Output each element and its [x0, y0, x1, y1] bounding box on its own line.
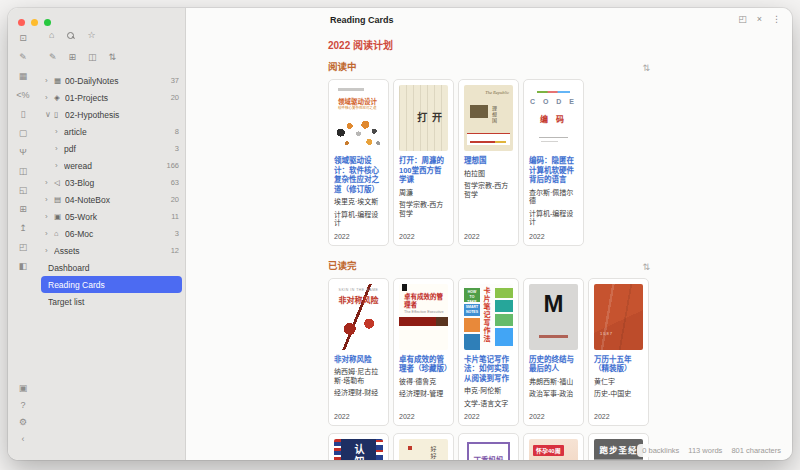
book-title-link[interactable]: 打开：周濂的100堂西方哲学课: [399, 156, 448, 185]
note-count: 63: [167, 178, 179, 187]
collapse-sidebar-icon[interactable]: ‹: [21, 435, 24, 444]
book-title-link[interactable]: 卡片笔记写作法：如何实现从阅读到写作: [464, 355, 513, 384]
tree-item-06-moc[interactable]: ›⌂06-Moc3: [38, 225, 185, 242]
cover-text: 卓有成效的管理者: [404, 293, 444, 309]
sort-icon[interactable]: ⇅: [642, 262, 650, 272]
tree-item-dashboard[interactable]: Dashboard: [38, 259, 185, 276]
tree-item-03-blog[interactable]: ›◁03-Blog63: [38, 174, 185, 191]
tree-item-label: Reading Cards: [48, 280, 176, 290]
book-card[interactable]: 丁香妈妈科学养育: [458, 433, 519, 460]
book-card[interactable]: HOW TO TAKE SMART NOTES卡片笔记写作法卡片笔记写作法：如何…: [458, 278, 519, 427]
templater-icon[interactable]: <%: [16, 91, 29, 100]
book-title-link[interactable]: 卓有成效的管理者（珍藏版）: [399, 355, 448, 374]
tree-item-label: 03-Blog: [65, 178, 167, 188]
book-year: 2022: [399, 408, 448, 420]
close-button[interactable]: [18, 19, 25, 26]
collapse-all-icon[interactable]: ◫: [88, 52, 97, 62]
minimize-button[interactable]: [31, 19, 38, 26]
book-title-link[interactable]: 编码：隐匿在计算机软硬件背后的语言: [529, 156, 578, 185]
new-note-icon[interactable]: ✎: [49, 52, 57, 62]
book-title-link[interactable]: 万历十五年（精装版）: [594, 355, 643, 374]
tree-item-article[interactable]: ›article8: [38, 123, 185, 140]
tree-item-weread[interactable]: ›weread166: [38, 157, 185, 174]
reading-book-icon[interactable]: ▯: [21, 110, 26, 119]
tree-item-pdf[interactable]: ›pdf3: [38, 140, 185, 157]
book-card[interactable]: 1587万历十五年（精装版）黄仁宇历史-中国史2022: [588, 278, 649, 427]
book-title-link[interactable]: 理想国: [464, 156, 513, 166]
graph-pen-icon[interactable]: ✎: [19, 53, 27, 62]
book-card[interactable]: SKIN IN THE GAME非对称风险非对称风险纳西姆·尼古拉斯·塔勒布经济…: [328, 278, 389, 427]
book-title-link[interactable]: 领域驱动设计：软件核心复杂性应对之道（修订版）: [334, 156, 383, 194]
book-card[interactable]: The Republic理想国理想国柏拉图哲学宗教-西方哲学2022: [458, 79, 519, 246]
tree-item-reading-cards[interactable]: Reading Cards: [41, 276, 182, 293]
tree-item-label: 05-Work: [65, 212, 167, 222]
tree-item-target-list[interactable]: Target list: [38, 293, 185, 310]
help-icon[interactable]: ?: [20, 401, 25, 410]
bookmarks-star-icon[interactable]: ☆: [87, 30, 95, 40]
new-file-icon[interactable]: ▢: [19, 129, 28, 138]
canvas-icon[interactable]: ◰: [19, 243, 28, 252]
search-icon[interactable]: [67, 32, 74, 39]
note-count: 8: [171, 127, 179, 136]
cover-text: 卡片笔记写作法: [481, 287, 491, 343]
file-tree: ›▦00-DailyNotes37›◈01-Projects20∨▯02-Hyp…: [38, 72, 185, 310]
layout-icon[interactable]: ◧: [19, 262, 28, 271]
chevron-icon: ›: [45, 178, 54, 187]
tree-item-02-hypothesis[interactable]: ∨▯02-Hypothesis: [38, 106, 185, 123]
note-count: 166: [162, 161, 179, 170]
book-title-link[interactable]: 历史的终结与最后的人: [529, 355, 578, 374]
reading-view-icon[interactable]: ◰: [738, 14, 747, 24]
tree-item-label: 01-Projects: [65, 93, 167, 103]
daily-note-icon[interactable]: ▦: [19, 72, 28, 81]
tree-item-label: weread: [64, 161, 162, 171]
tree-item-label: 00-DailyNotes: [65, 76, 167, 86]
section-heading: 已读完: [328, 258, 357, 272]
kanban-icon[interactable]: ◫: [19, 167, 28, 176]
note-count: 20: [167, 93, 179, 102]
book-card[interactable]: 卓有成效的管理者The Effective Executive卓有成效的管理者（…: [393, 278, 454, 427]
sort-order-icon[interactable]: ⇅: [109, 52, 117, 62]
new-folder-icon[interactable]: ⊞: [69, 52, 77, 62]
book-card[interactable]: 打 开打开：周濂的100堂西方哲学课周濂哲学宗教-西方哲学2022: [393, 79, 454, 246]
tree-item-04-notebox[interactable]: ›▤04-NoteBox20: [38, 191, 185, 208]
sort-icon[interactable]: ⇅: [642, 63, 650, 73]
zoom-button[interactable]: [44, 19, 51, 26]
book-card[interactable]: 怀孕40周: [523, 433, 584, 460]
presentation-icon[interactable]: ◱: [19, 186, 28, 195]
note-count: 12: [167, 246, 179, 255]
book-cover-image: 打 开: [399, 85, 448, 151]
chevron-icon: ›: [55, 161, 64, 170]
home-icon[interactable]: ⌂: [49, 30, 54, 40]
tree-item-00-dailynotes[interactable]: ›▦00-DailyNotes37: [38, 72, 185, 89]
publish-upload-icon[interactable]: ↥: [19, 224, 27, 233]
book-card[interactable]: 好好生活: [393, 433, 454, 460]
note-title: Reading Cards: [330, 15, 394, 25]
book-card[interactable]: 认知觉醒: [328, 433, 389, 460]
tree-item-assets[interactable]: ›Assets12: [38, 242, 185, 259]
tree-item-05-work[interactable]: ›▣05-Work11: [38, 208, 185, 225]
sidebar-nav: ⌂☆: [38, 8, 185, 44]
book-category: 计算机-编程设计: [334, 211, 383, 228]
quick-switcher-icon[interactable]: ⊡: [19, 34, 27, 43]
chevron-icon: ›: [45, 212, 54, 221]
settings-gear-icon[interactable]: ⚙: [19, 418, 27, 427]
book-card[interactable]: 领域驱动设计软件核心复杂性应对之道领域驱动设计：软件核心复杂性应对之道（修订版）…: [328, 79, 389, 246]
book-cover-image: 好好生活: [399, 439, 448, 460]
command-grid-icon[interactable]: ⊞: [19, 205, 27, 214]
chevron-icon: ›: [45, 246, 54, 255]
chevron-icon: ›: [55, 127, 64, 136]
vault-switcher-icon[interactable]: ▣: [19, 384, 28, 393]
editor-pane: Reading Cards ◰×⋮ 2022 阅读计划 阅读中⇅领域驱动设计软件…: [186, 8, 792, 460]
book-cover-image: 1587: [594, 284, 643, 350]
graph-branch-icon[interactable]: Ψ: [19, 148, 27, 157]
book-title-link[interactable]: 非对称风险: [334, 355, 383, 365]
close-pane-icon[interactable]: ×: [757, 14, 762, 24]
book-cover-image: 跑步圣经: [594, 439, 643, 460]
ribbon-bottom: ▣?⚙‹: [19, 384, 28, 460]
more-options-icon[interactable]: ⋮: [772, 14, 781, 24]
tree-item-01-projects[interactable]: ›◈01-Projects20: [38, 89, 185, 106]
cover-text: 丁香妈妈科学养育: [470, 456, 507, 460]
chevron-icon: ›: [45, 195, 54, 204]
book-card[interactable]: M历史的终结与最后的人弗朗西斯·福山政治军事-政治2022: [523, 278, 584, 427]
book-card[interactable]: C O D E编 码编码：隐匿在计算机软硬件背后的语言查尔斯·佩措尔德计算机-编…: [523, 79, 584, 246]
